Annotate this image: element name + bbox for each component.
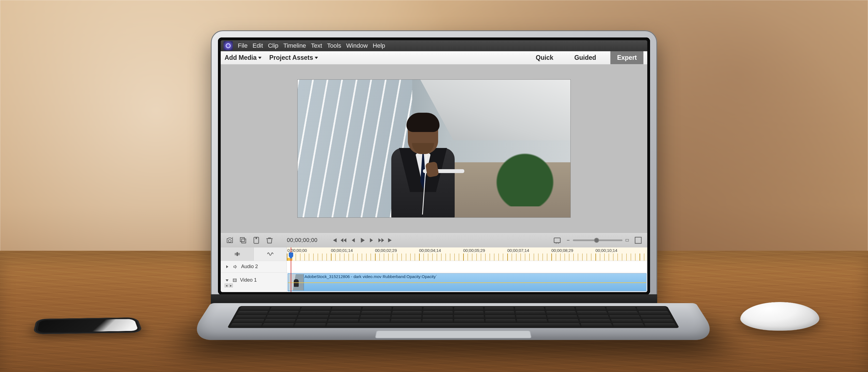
- timeline-mode-audio-icon[interactable]: [254, 247, 287, 261]
- track-video-1: Video 1 ◄ ► AdobeStock_315212806: [221, 272, 647, 292]
- clip-label: AdobeStock_315212806 - dark video.mov Ru…: [305, 274, 645, 279]
- menu-file[interactable]: File: [238, 42, 247, 49]
- zoom-thumb[interactable]: [594, 238, 599, 243]
- clip-rubberband[interactable]: [288, 282, 646, 283]
- smartphone-prop: [33, 317, 143, 335]
- play-icon[interactable]: [359, 237, 366, 244]
- mode-toolbar: Add Media Project Assets Quick Guided Ex…: [221, 51, 647, 64]
- project-assets-label: Project Assets: [269, 54, 313, 61]
- step-back-icon[interactable]: [349, 237, 356, 244]
- preview-panel: [221, 64, 647, 232]
- app-window: File Edit Clip Timeline Text Tools Windo…: [221, 40, 647, 292]
- ruler-label: 0;00;00;00: [287, 248, 307, 253]
- go-to-start-icon[interactable]: [331, 237, 338, 244]
- timeline-tracks: Audio 2 Video 1 ◄: [221, 261, 647, 292]
- svg-rect-1: [242, 239, 246, 243]
- svg-rect-0: [240, 238, 244, 242]
- track-audio-2: Audio 2: [221, 261, 647, 272]
- track-body-audio-2[interactable]: [287, 261, 647, 272]
- go-to-end-icon[interactable]: [387, 237, 394, 244]
- track-name: Audio 2: [241, 264, 258, 270]
- expand-right-icon[interactable]: [224, 264, 229, 269]
- zoom-slider[interactable]: [566, 238, 629, 242]
- rewind-icon[interactable]: [340, 237, 347, 244]
- caret-down-icon: [258, 57, 261, 59]
- svg-rect-3: [554, 238, 560, 243]
- track-header-audio-2[interactable]: Audio 2: [221, 261, 287, 272]
- zoom-in-icon[interactable]: [625, 238, 629, 242]
- menu-text[interactable]: Text: [311, 42, 322, 49]
- menu-timeline[interactable]: Timeline: [283, 42, 306, 49]
- zoom-out-icon[interactable]: [566, 238, 570, 242]
- laptop-trackpad: [375, 331, 531, 338]
- preview-subject: [390, 116, 456, 217]
- add-media-dropdown[interactable]: Add Media: [224, 54, 261, 61]
- timeline-header: 0;00;00;00 00;00;01;14 00;00;02;29 00;00…: [221, 247, 647, 261]
- duplicate-icon[interactable]: [239, 236, 247, 244]
- ruler-label: 00;00;05;29: [463, 248, 485, 253]
- menu-clip[interactable]: Clip: [268, 42, 278, 49]
- nudge-left-icon[interactable]: ◄: [224, 283, 228, 287]
- ruler-label: 00;00;10;14: [595, 248, 617, 253]
- menu-tools[interactable]: Tools: [327, 42, 341, 49]
- collapse-down-icon[interactable]: [224, 278, 229, 283]
- playhead[interactable]: [291, 247, 291, 292]
- marker-icon[interactable]: [252, 236, 260, 244]
- fullscreen-icon[interactable]: [634, 236, 642, 244]
- ruler-label: 00;00;07;14: [507, 248, 529, 253]
- tab-expert[interactable]: Expert: [610, 51, 644, 64]
- timeline-mode-video-icon[interactable]: [221, 247, 254, 261]
- caret-down-icon: [315, 57, 318, 59]
- laptop-deck: [187, 303, 719, 340]
- svg-rect-4: [626, 239, 629, 241]
- track-nudge-controls[interactable]: ◄ ►: [224, 283, 233, 287]
- svg-rect-6: [233, 279, 237, 282]
- filmstrip-icon[interactable]: [232, 278, 237, 283]
- video-clip[interactable]: AdobeStock_315212806 - dark video.mov Ru…: [288, 273, 647, 291]
- nudge-right-icon[interactable]: ►: [229, 283, 233, 287]
- tab-guided[interactable]: Guided: [568, 51, 602, 64]
- transport-bar: 00;00;00;00: [221, 232, 647, 247]
- current-timecode: 00;00;00;00: [287, 237, 317, 243]
- camera-add-icon[interactable]: [226, 236, 234, 244]
- laptop-keyboard: [227, 306, 679, 328]
- app-logo-icon: [223, 41, 233, 51]
- menu-edit[interactable]: Edit: [252, 42, 263, 49]
- speaker-icon[interactable]: [233, 264, 238, 269]
- fast-forward-icon[interactable]: [377, 237, 385, 244]
- menu-window[interactable]: Window: [346, 42, 368, 49]
- add-media-label: Add Media: [224, 54, 256, 61]
- track-body-video-1[interactable]: AdobeStock_315212806 - dark video.mov Ru…: [287, 273, 647, 292]
- tab-quick[interactable]: Quick: [529, 51, 560, 64]
- svg-rect-5: [635, 237, 642, 243]
- laptop: File Edit Clip Timeline Text Tools Windo…: [211, 30, 657, 367]
- trash-icon[interactable]: [266, 236, 274, 244]
- ruler-label: 00;00;08;29: [551, 248, 573, 253]
- preview-frame[interactable]: [298, 80, 570, 217]
- menubar: File Edit Clip Timeline Text Tools Windo…: [221, 40, 647, 51]
- ruler-label: 00;00;04;14: [419, 248, 441, 253]
- fit-screen-icon[interactable]: [553, 236, 561, 244]
- step-forward-icon[interactable]: [368, 237, 375, 244]
- ruler-label: 00;00;01;14: [331, 248, 353, 253]
- menu-help[interactable]: Help: [373, 42, 385, 49]
- time-ruler[interactable]: 0;00;00;00 00;00;01;14 00;00;02;29 00;00…: [287, 247, 647, 261]
- ruler-label: 00;00;02;29: [375, 248, 397, 253]
- project-assets-dropdown[interactable]: Project Assets: [269, 54, 318, 61]
- track-name: Video 1: [240, 277, 257, 283]
- track-header-video-1[interactable]: Video 1 ◄ ►: [221, 273, 287, 292]
- zoom-track[interactable]: [573, 240, 622, 241]
